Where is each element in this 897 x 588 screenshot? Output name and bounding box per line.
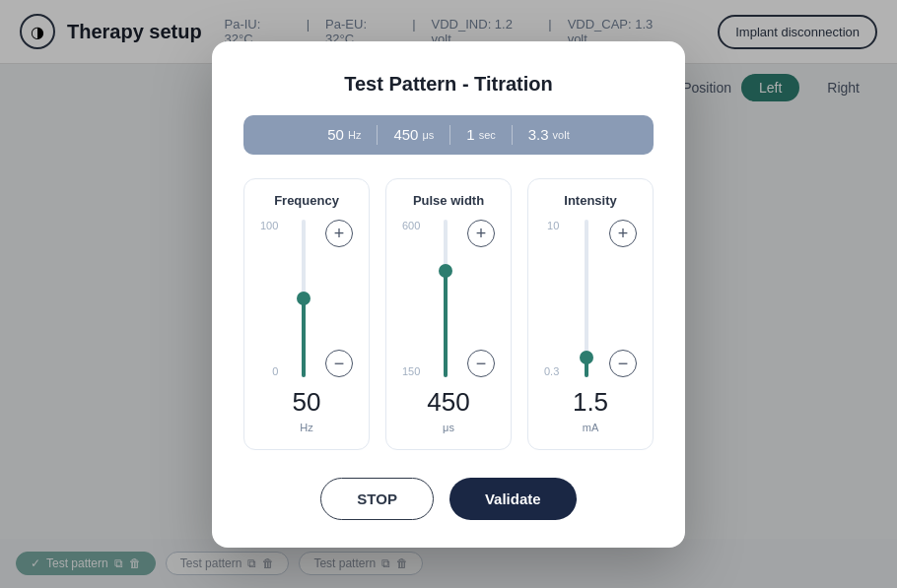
intensity-track-area xyxy=(573,220,599,377)
pulse-width-controls: + − xyxy=(467,220,495,377)
pulse-width-scale: 600 150 xyxy=(402,220,424,377)
frequency-slider-container: 100 0 + − xyxy=(260,220,353,377)
sliders-section: Frequency 100 0 + − xyxy=(243,178,654,450)
intensity-increment-button[interactable]: + xyxy=(609,220,637,247)
intensity-thumb[interactable] xyxy=(580,351,593,364)
frequency-label: Frequency xyxy=(274,193,339,208)
validate-button[interactable]: Validate xyxy=(449,478,577,520)
pulse-width-card: Pulse width 600 150 + − xyxy=(385,178,512,450)
frequency-track xyxy=(302,220,306,377)
intensity-card: Intensity 10 0.3 + − xyxy=(527,178,654,450)
summary-pulse-width: 450 μs xyxy=(378,126,449,143)
summary-bar: 50 Hz 450 μs 1 sec 3.3 volt xyxy=(243,115,654,155)
pulse-width-track xyxy=(444,220,448,377)
intensity-slider-container: 10 0.3 + − xyxy=(544,220,637,377)
titration-modal: Test Pattern - Titration 50 Hz 450 μs 1 … xyxy=(212,41,685,548)
pulse-width-track-area xyxy=(434,220,457,377)
summary-duration: 1 sec xyxy=(450,126,511,143)
modal-title: Test Pattern - Titration xyxy=(243,73,654,96)
intensity-decrement-button[interactable]: − xyxy=(609,350,637,377)
modal-buttons: STOP Validate xyxy=(243,478,654,520)
frequency-controls: + − xyxy=(325,220,353,377)
pulse-width-thumb[interactable] xyxy=(439,264,452,278)
pulse-width-value-display: 450 μs xyxy=(427,387,469,435)
frequency-thumb[interactable] xyxy=(297,292,310,305)
intensity-track xyxy=(585,220,588,377)
pulse-width-label: Pulse width xyxy=(413,193,484,208)
modal-overlay: Test Pattern - Titration 50 Hz 450 μs 1 … xyxy=(0,0,897,588)
frequency-card: Frequency 100 0 + − xyxy=(243,178,370,450)
summary-frequency: 50 Hz xyxy=(311,126,377,143)
intensity-value-display: 1.5 mA xyxy=(573,387,608,435)
pulse-width-fill xyxy=(444,271,448,376)
pulse-width-decrement-button[interactable]: − xyxy=(467,350,495,377)
frequency-fill xyxy=(302,298,306,377)
pulse-width-slider-container: 600 150 + − xyxy=(402,220,495,377)
frequency-decrement-button[interactable]: − xyxy=(325,350,353,377)
stop-button[interactable]: STOP xyxy=(320,478,434,520)
frequency-increment-button[interactable]: + xyxy=(325,220,353,247)
frequency-track-area xyxy=(292,220,315,377)
intensity-label: Intensity xyxy=(564,193,616,208)
pulse-width-increment-button[interactable]: + xyxy=(467,220,495,247)
intensity-scale: 10 0.3 xyxy=(544,220,563,377)
intensity-controls: + − xyxy=(609,220,637,377)
frequency-value-display: 50 Hz xyxy=(293,387,321,435)
frequency-scale: 100 0 xyxy=(260,220,282,377)
summary-intensity: 3.3 volt xyxy=(513,126,586,143)
